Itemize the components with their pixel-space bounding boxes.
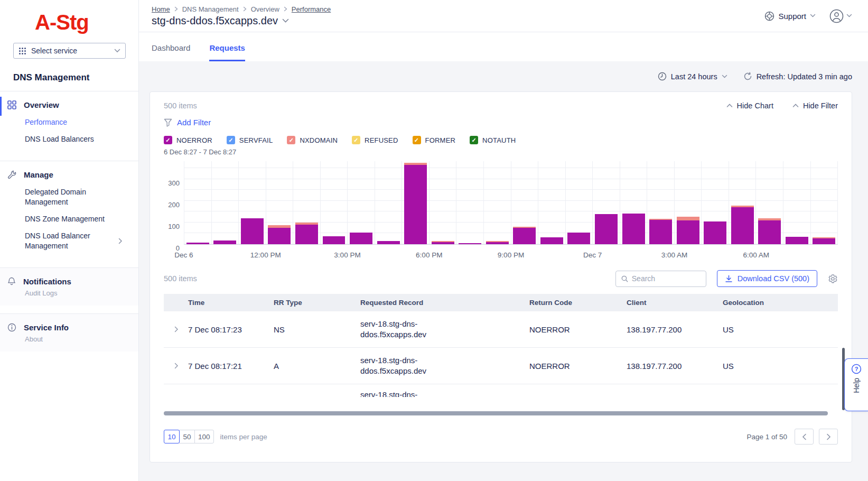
chart-bar[interactable] <box>704 221 726 245</box>
chart-bar[interactable] <box>513 227 536 244</box>
sidebar-item-dns-load-balancers[interactable]: DNS Load Balancers <box>0 127 138 144</box>
chart-x-axis: Dec 612:00 PM3:00 PM6:00 PM9:00 PMDec 73… <box>184 248 838 262</box>
refresh-button[interactable]: Refresh: Updated 3 min ago <box>743 72 852 81</box>
chart-bar[interactable] <box>486 241 509 244</box>
sidebar-caption-audit-logs[interactable]: Audit Logs <box>0 287 138 297</box>
checkbox-checked-icon: ✓ <box>470 136 478 144</box>
chart-plot <box>184 161 838 245</box>
cell-client: 138.197.77.200 <box>627 362 723 371</box>
select-service-dropdown[interactable]: Select service <box>13 43 126 59</box>
bar-segment-noerror <box>459 243 481 244</box>
chart-bar[interactable] <box>459 243 481 244</box>
prev-page-button[interactable] <box>795 429 814 445</box>
chart-bar[interactable] <box>813 237 835 244</box>
sidebar-item-label: DNS Load Balancer Management <box>25 231 115 251</box>
sidebar-item-manage[interactable]: Manage <box>0 169 138 180</box>
bar-segment-noerror <box>432 242 454 244</box>
page-size-50[interactable]: 50 <box>179 430 195 443</box>
filter-checkbox-noerror[interactable]: ✓NOERROR <box>164 136 212 144</box>
chart-bar[interactable] <box>377 241 400 244</box>
bar-segment-noerror <box>731 207 754 244</box>
sidebar-item-performance[interactable]: Performance <box>0 110 138 127</box>
chart-bar[interactable] <box>404 163 427 244</box>
filter-checkbox-refused[interactable]: ✓REFUSED <box>352 136 398 144</box>
chart-bar[interactable] <box>323 236 346 244</box>
page-size-10[interactable]: 10 <box>164 430 180 443</box>
chart-bar-slot <box>430 161 457 244</box>
chart-bar[interactable] <box>213 240 236 244</box>
breadcrumb-performance[interactable]: Performance <box>292 5 331 13</box>
add-filter-button[interactable]: Add Filter <box>164 118 211 127</box>
search-input[interactable] <box>632 274 701 283</box>
filter-checkbox-servfail[interactable]: ✓SERVFAIL <box>227 136 273 144</box>
chart-bar[interactable] <box>268 225 291 244</box>
account-menu[interactable] <box>829 9 852 23</box>
bell-icon <box>7 277 16 286</box>
horizontal-scrollbar-thumb[interactable] <box>164 411 828 415</box>
chart-bar-slot <box>675 161 702 244</box>
next-page-button[interactable] <box>819 429 838 445</box>
filter-label: NXDOMAIN <box>300 136 338 144</box>
row-expand-chevron-icon[interactable] <box>164 326 188 332</box>
chevron-up-icon <box>726 104 733 108</box>
table-settings-gear-icon[interactable] <box>828 274 838 284</box>
chart-bar[interactable] <box>595 214 618 244</box>
title-chevron-down-icon[interactable] <box>282 18 289 23</box>
bar-segment-noerror <box>350 233 372 244</box>
product-title: DNS Management <box>13 72 138 83</box>
funnel-icon <box>164 118 172 127</box>
chevron-right-icon <box>826 433 831 440</box>
chart-bar[interactable] <box>786 237 808 244</box>
chart-bar[interactable] <box>622 214 645 244</box>
tab-requests[interactable]: Requests <box>209 43 245 61</box>
cell-rr-type: A <box>274 362 360 371</box>
chart-bar[interactable] <box>295 223 318 244</box>
bar-segment-noerror <box>486 242 509 244</box>
chart-bar[interactable] <box>567 233 590 244</box>
chart-bar[interactable] <box>350 233 372 244</box>
sidebar-item-delegated-domain-management[interactable]: Delegated Domain Management <box>0 180 119 207</box>
tab-dashboard[interactable]: Dashboard <box>152 43 190 61</box>
chart-bar[interactable] <box>186 243 209 244</box>
chart-bar-slot <box>511 161 539 244</box>
breadcrumb-home[interactable]: Home <box>152 5 170 13</box>
filter-checkbox-former[interactable]: ✓FORMER <box>413 136 456 144</box>
cell-geolocation: US <box>723 362 838 371</box>
chart-bar[interactable] <box>677 217 699 244</box>
sidebar-item-notifications[interactable]: Notifications <box>0 276 138 287</box>
requests-chart: 0100200300 Dec 612:00 PM3:00 PM6:00 PM9:… <box>164 161 838 262</box>
time-range-dropdown[interactable]: Last 24 hours <box>658 72 727 81</box>
filter-checkbox-notauth[interactable]: ✓NOTAUTH <box>470 136 516 144</box>
chart-bar[interactable] <box>649 219 672 244</box>
support-menu[interactable]: Support <box>764 11 816 21</box>
hide-chart-toggle[interactable]: Hide Chart <box>726 101 773 110</box>
chart-bar-slot <box>702 161 729 244</box>
nav-section-overview: Overview Performance DNS Load Balancers <box>0 91 138 153</box>
filter-label: SERVFAIL <box>239 136 273 144</box>
download-csv-button[interactable]: Download CSV (500) <box>717 270 817 287</box>
chart-bar[interactable] <box>432 241 454 244</box>
info-icon <box>7 323 16 332</box>
bar-segment-noerror <box>241 218 264 244</box>
chart-bar[interactable] <box>241 218 264 244</box>
chart-bar[interactable] <box>758 218 781 244</box>
chart-bar-slot <box>184 161 212 244</box>
x-axis-tick-label: Dec 6 <box>174 251 193 259</box>
nav-section-manage: Manage Delegated Domain Management DNS Z… <box>0 161 138 260</box>
sidebar-caption-about[interactable]: About <box>0 333 138 343</box>
help-tab[interactable]: ? Help <box>844 358 868 411</box>
sidebar-item-service-info[interactable]: Service Info <box>0 322 138 333</box>
row-expand-chevron-icon[interactable] <box>164 363 188 369</box>
page-indicator: Page 1 of 50 <box>746 433 787 441</box>
chart-bar[interactable] <box>540 237 563 244</box>
cell-time: 7 Dec 08:17:21 <box>188 362 274 371</box>
filter-checkbox-nxdomain[interactable]: ✓NXDOMAIN <box>287 136 338 144</box>
chart-bar[interactable] <box>731 206 754 244</box>
sidebar-item-overview[interactable]: Overview <box>0 99 138 110</box>
sidebar-item-dns-zone-management[interactable]: DNS Zone Management <box>0 207 138 224</box>
sidebar-item-dns-load-balancer-management[interactable]: DNS Load Balancer Management <box>0 224 131 251</box>
cell-requested-record: serv-18.stg-dns- <box>360 390 442 397</box>
page-size-100[interactable]: 100 <box>194 430 214 443</box>
hide-filter-toggle[interactable]: Hide Filter <box>792 101 838 110</box>
bar-segment-noerror <box>295 225 318 244</box>
